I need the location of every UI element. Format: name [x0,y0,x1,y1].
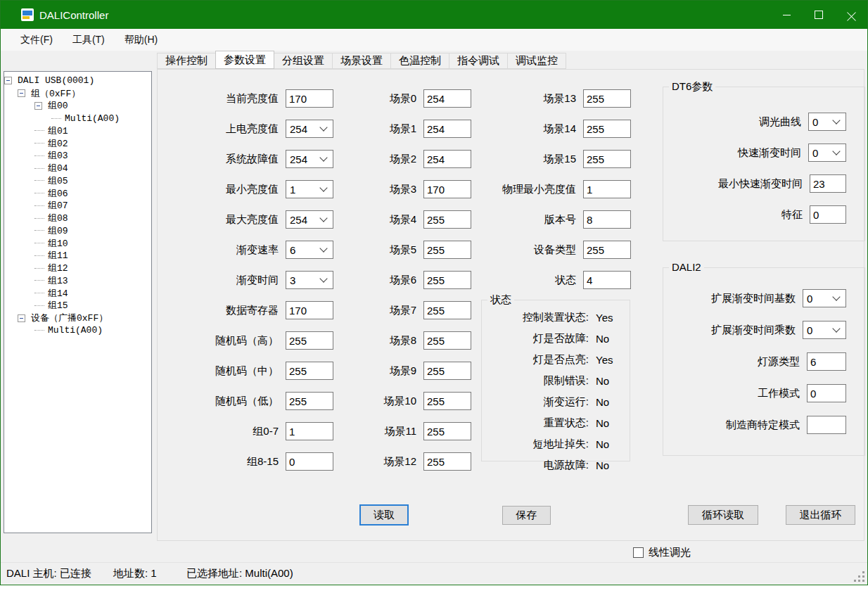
param-input[interactable] [423,301,471,319]
param-input[interactable] [423,271,471,289]
tree-item[interactable]: 组10 [4,237,151,250]
maximize-button[interactable] [803,1,835,29]
tree-item[interactable]: 组05 [4,174,151,187]
param-input[interactable] [423,210,471,229]
status-row: 电源故障:No [482,454,630,476]
save-button[interactable]: 保存 [502,506,551,525]
tree-item[interactable]: 组04 [4,162,151,174]
param-input[interactable] [286,362,333,380]
param-select[interactable]: 254 [286,120,333,138]
param-select[interactable]: 0 [808,113,846,131]
param-input[interactable] [583,271,631,289]
tree-item[interactable]: 组14 [4,287,151,300]
param-input[interactable] [286,301,333,319]
tab-item[interactable]: 色温控制 [390,53,449,69]
tree-item[interactable]: 组12 [4,262,151,274]
tab-item[interactable]: 场景设置 [332,53,391,69]
tree-item[interactable]: Multi(A00) [4,324,151,337]
tree-item[interactable]: 组03 [4,150,151,163]
param-select[interactable]: 1 [286,180,333,198]
param-input[interactable] [423,241,471,259]
param-label: 场景2 [363,153,423,166]
param-input[interactable] [807,416,846,434]
param-input[interactable] [286,452,333,471]
loop-read-button[interactable]: 循环读取 [688,505,758,525]
param-select[interactable]: 254 [286,210,333,229]
tree-item[interactable]: 设备（广播0xFF） [4,312,151,324]
param-select[interactable]: 0 [803,289,846,307]
menu-item[interactable]: 文件(F) [11,29,63,51]
minimize-button[interactable] [770,1,803,29]
param-select[interactable]: 0 [808,144,846,162]
tree-item[interactable]: 组02 [4,137,151,150]
param-input[interactable] [286,392,333,410]
resize-grip-icon[interactable] [854,571,865,582]
param-input[interactable] [423,150,471,168]
collapse-icon[interactable] [4,77,12,84]
tab-item[interactable]: 分组设置 [274,53,333,69]
param-label: 状态 [478,274,583,287]
tree-item[interactable]: 组11 [4,250,151,262]
param-input[interactable] [423,120,471,138]
tab-item[interactable]: 调试监控 [507,53,566,69]
status-row: 灯是否点亮:Yes [482,349,630,370]
read-button[interactable]: 读取 [359,504,409,526]
tree-item[interactable]: 组06 [4,187,151,200]
param-input[interactable] [583,89,631,108]
tree-item[interactable]: 组07 [4,200,151,212]
param-input[interactable] [807,384,846,402]
tree-item[interactable]: 组（0xFF） [4,87,151,100]
status-value: No [589,333,609,345]
tab-item[interactable]: 参数设置 [215,51,274,69]
param-input[interactable] [583,120,631,138]
tree-item[interactable]: 组00 [4,100,151,113]
tree-item[interactable]: 组13 [4,274,151,287]
close-button[interactable] [835,1,867,29]
param-input[interactable] [583,210,631,229]
collapse-icon[interactable] [18,89,25,97]
collapse-icon[interactable] [18,314,25,322]
param-input[interactable] [810,205,846,224]
param-input[interactable] [423,331,471,350]
param-input[interactable] [423,89,471,108]
param-input[interactable] [423,452,471,471]
exit-loop-button[interactable]: 退出循环 [786,505,855,525]
tree-item[interactable]: 组09 [4,224,151,237]
param-select[interactable]: 3 [286,271,333,289]
param-input[interactable] [807,352,846,371]
param-select[interactable]: 6 [286,241,333,259]
tree-item[interactable]: Multi(A00) [4,112,151,125]
param-input[interactable] [583,241,631,259]
param-input[interactable] [286,422,333,440]
param-row: 组0-7 [170,422,333,440]
tab-item[interactable]: 指令调试 [449,53,508,69]
param-row: 渐变速率6 [170,241,333,259]
param-input[interactable] [286,89,333,108]
tree-item[interactable]: 组08 [4,212,151,224]
tree-item-label: 组03 [48,149,68,162]
status-label: 渐变运行: [482,395,589,409]
param-input[interactable] [583,180,631,198]
param-row: 最小快速渐变时间 [670,174,846,193]
param-input[interactable] [423,392,471,410]
menu-item[interactable]: 工具(T) [63,29,115,51]
param-select[interactable]: 254 [286,150,333,168]
tree-item[interactable]: DALI USB(0001) [4,75,151,87]
param-input[interactable] [423,362,471,380]
param-input[interactable] [286,331,333,350]
param-input[interactable] [583,150,631,168]
menu-item[interactable]: 帮助(H) [115,29,167,51]
param-input[interactable] [810,174,846,193]
minus-icon [6,80,10,81]
tab-item[interactable]: 操作控制 [157,53,216,69]
param-input[interactable] [423,422,471,440]
status-label: 控制装置状态: [482,311,589,324]
chevron-down-icon [319,153,327,161]
collapse-icon[interactable] [34,102,42,110]
status-rows: 控制装置状态:Yes灯是否故障:No灯是否点亮:Yes限制错误:No渐变运行:N… [482,300,630,476]
tree-item[interactable]: 组01 [4,125,151,137]
linear-dimming-checkbox[interactable]: 线性调光 [633,546,691,559]
param-input[interactable] [423,180,471,198]
tree-item[interactable]: 组15 [4,300,151,312]
param-select[interactable]: 0 [803,321,846,339]
